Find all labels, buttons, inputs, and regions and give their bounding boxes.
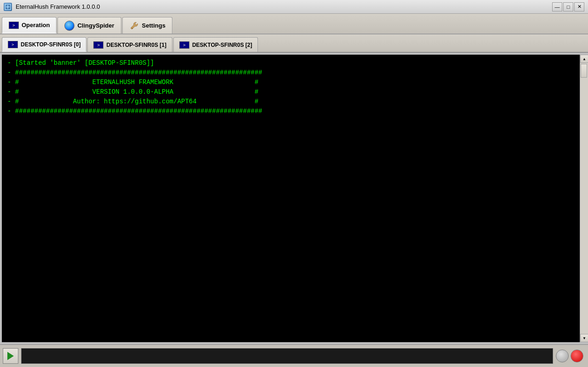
wrench-icon — [129, 21, 139, 31]
tab-operation[interactable]: Operation — [2, 17, 57, 34]
sub-tab-bar: DESKTOP-SFINR0S [0] DESKTOP-SFINR0S [1] … — [0, 34, 588, 53]
command-input[interactable] — [21, 348, 553, 364]
scrollbar: ▲ ▼ — [580, 55, 588, 342]
terminal-wrapper: - [Started 'banner' [DESKTOP-SFINR0S]] -… — [0, 53, 588, 344]
scroll-down-button[interactable]: ▼ — [580, 334, 588, 342]
svg-point-3 — [131, 28, 132, 28]
globe-icon — [64, 21, 74, 31]
sub-tab-terminal-icon-2 — [179, 41, 189, 49]
main-tab-bar: Operation ClingySpider Settings — [0, 14, 588, 34]
gray-button[interactable] — [556, 350, 569, 362]
tab-clingyspider-label: ClingySpider — [77, 22, 114, 29]
red-button[interactable] — [571, 350, 583, 362]
sub-tab-1[interactable]: DESKTOP-SFINR0S [1] — [87, 37, 172, 52]
title-bar: EternalHush Framework 1.0.0.0 — □ ✕ — [0, 0, 588, 14]
app-title: EternalHush Framework 1.0.0.0 — [16, 3, 100, 10]
send-button[interactable] — [3, 348, 18, 364]
tab-clingyspider[interactable]: ClingySpider — [57, 17, 121, 34]
sub-tab-2-label: DESKTOP-SFINR0S [2] — [192, 42, 252, 48]
tab-settings-label: Settings — [142, 22, 166, 29]
terminal-icon — [9, 22, 19, 29]
app-icon — [4, 3, 12, 11]
sub-tab-2[interactable]: DESKTOP-SFINR0S [2] — [173, 37, 258, 52]
minimize-button[interactable]: — — [552, 2, 562, 11]
close-button[interactable]: ✕ — [574, 2, 584, 11]
sub-tab-0-label: DESKTOP-SFINR0S [0] — [21, 41, 80, 48]
scroll-track — [580, 63, 588, 334]
window-controls: — □ ✕ — [552, 2, 584, 11]
maximize-button[interactable]: □ — [563, 2, 573, 11]
terminal-container: - [Started 'banner' [DESKTOP-SFINR0S]] -… — [2, 55, 580, 342]
send-arrow-icon — [7, 352, 14, 360]
sub-tab-terminal-icon-0 — [8, 41, 18, 48]
sub-tab-1-label: DESKTOP-SFINR0S [1] — [106, 42, 166, 48]
tab-settings[interactable]: Settings — [122, 17, 172, 34]
scroll-thumb[interactable] — [581, 64, 587, 78]
title-bar-left: EternalHush Framework 1.0.0.0 — [4, 3, 100, 11]
terminal-output: - [Started 'banner' [DESKTOP-SFINR0S]] -… — [2, 55, 580, 342]
sub-tab-terminal-icon-1 — [93, 41, 103, 49]
right-buttons — [556, 350, 585, 362]
bottom-bar — [0, 344, 588, 367]
tab-operation-label: Operation — [22, 22, 50, 28]
scroll-up-button[interactable]: ▲ — [580, 55, 588, 63]
sub-tab-0[interactable]: DESKTOP-SFINR0S [0] — [2, 37, 86, 52]
